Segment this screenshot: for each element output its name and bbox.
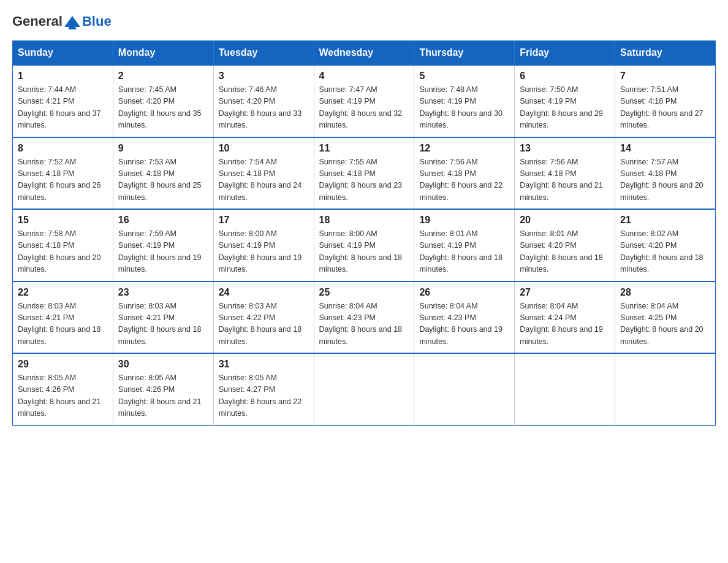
calendar-cell: 30Sunrise: 8:05 AMSunset: 4:26 PMDayligh… bbox=[113, 353, 213, 425]
day-info: Sunrise: 8:05 AMSunset: 4:27 PMDaylight:… bbox=[219, 372, 309, 420]
day-info: Sunrise: 8:01 AMSunset: 4:20 PMDaylight:… bbox=[520, 228, 610, 276]
calendar-week-row: 1Sunrise: 7:44 AMSunset: 4:21 PMDaylight… bbox=[13, 65, 716, 137]
calendar-cell bbox=[314, 353, 414, 425]
day-number: 21 bbox=[620, 215, 710, 226]
calendar-cell: 2Sunrise: 7:45 AMSunset: 4:20 PMDaylight… bbox=[113, 65, 213, 137]
calendar-cell: 15Sunrise: 7:58 AMSunset: 4:18 PMDayligh… bbox=[13, 209, 113, 282]
calendar-cell: 23Sunrise: 8:03 AMSunset: 4:21 PMDayligh… bbox=[113, 282, 213, 354]
day-number: 4 bbox=[319, 71, 409, 82]
calendar-cell: 19Sunrise: 8:01 AMSunset: 4:19 PMDayligh… bbox=[414, 209, 515, 282]
calendar-cell: 31Sunrise: 8:05 AMSunset: 4:27 PMDayligh… bbox=[213, 353, 314, 425]
calendar-cell: 6Sunrise: 7:50 AMSunset: 4:19 PMDaylight… bbox=[515, 65, 615, 137]
page-header: General Blue bbox=[12, 12, 716, 31]
day-number: 27 bbox=[520, 287, 610, 298]
day-number: 8 bbox=[18, 143, 108, 154]
logo-icon bbox=[63, 12, 82, 31]
calendar-cell bbox=[515, 353, 615, 425]
day-number: 25 bbox=[319, 287, 409, 298]
day-info: Sunrise: 8:04 AMSunset: 4:23 PMDaylight:… bbox=[419, 301, 509, 348]
svg-marker-1 bbox=[68, 27, 77, 29]
day-number: 10 bbox=[219, 143, 309, 154]
logo-text-blue: Blue bbox=[82, 13, 112, 29]
day-number: 22 bbox=[18, 287, 108, 298]
day-info: Sunrise: 8:04 AMSunset: 4:25 PMDaylight:… bbox=[620, 301, 710, 348]
day-info: Sunrise: 8:04 AMSunset: 4:24 PMDaylight:… bbox=[520, 301, 610, 348]
weekday-header-thursday: Thursday bbox=[414, 41, 515, 66]
day-number: 3 bbox=[219, 71, 309, 82]
day-info: Sunrise: 7:56 AMSunset: 4:18 PMDaylight:… bbox=[520, 156, 610, 204]
day-number: 11 bbox=[319, 143, 409, 154]
calendar-week-row: 15Sunrise: 7:58 AMSunset: 4:18 PMDayligh… bbox=[13, 209, 716, 282]
day-number: 12 bbox=[419, 143, 509, 154]
day-info: Sunrise: 8:05 AMSunset: 4:26 PMDaylight:… bbox=[118, 372, 208, 420]
day-number: 23 bbox=[118, 287, 208, 298]
day-info: Sunrise: 7:55 AMSunset: 4:18 PMDaylight:… bbox=[319, 156, 409, 204]
day-info: Sunrise: 7:44 AMSunset: 4:21 PMDaylight:… bbox=[18, 84, 108, 132]
day-info: Sunrise: 8:01 AMSunset: 4:19 PMDaylight:… bbox=[419, 228, 509, 276]
calendar-week-row: 29Sunrise: 8:05 AMSunset: 4:26 PMDayligh… bbox=[13, 353, 716, 425]
calendar-cell: 14Sunrise: 7:57 AMSunset: 4:18 PMDayligh… bbox=[615, 137, 716, 210]
day-info: Sunrise: 8:02 AMSunset: 4:20 PMDaylight:… bbox=[620, 228, 710, 276]
day-number: 28 bbox=[620, 287, 710, 298]
day-info: Sunrise: 7:56 AMSunset: 4:18 PMDaylight:… bbox=[419, 156, 509, 204]
day-info: Sunrise: 7:47 AMSunset: 4:19 PMDaylight:… bbox=[319, 84, 409, 132]
calendar-cell bbox=[414, 353, 515, 425]
logo-text-general: General bbox=[12, 13, 63, 29]
calendar-table: SundayMondayTuesdayWednesdayThursdayFrid… bbox=[12, 40, 716, 426]
day-info: Sunrise: 7:45 AMSunset: 4:20 PMDaylight:… bbox=[118, 84, 208, 132]
svg-marker-0 bbox=[64, 16, 80, 27]
calendar-cell: 16Sunrise: 7:59 AMSunset: 4:19 PMDayligh… bbox=[113, 209, 213, 282]
calendar-cell: 7Sunrise: 7:51 AMSunset: 4:18 PMDaylight… bbox=[615, 65, 716, 137]
weekday-header-tuesday: Tuesday bbox=[213, 41, 314, 66]
day-info: Sunrise: 7:57 AMSunset: 4:18 PMDaylight:… bbox=[620, 156, 710, 204]
calendar-cell: 20Sunrise: 8:01 AMSunset: 4:20 PMDayligh… bbox=[515, 209, 615, 282]
logo: General Blue bbox=[12, 12, 112, 31]
day-info: Sunrise: 8:00 AMSunset: 4:19 PMDaylight:… bbox=[319, 228, 409, 276]
day-number: 31 bbox=[219, 359, 309, 370]
calendar-cell: 1Sunrise: 7:44 AMSunset: 4:21 PMDaylight… bbox=[13, 65, 113, 137]
day-number: 2 bbox=[118, 71, 208, 82]
day-info: Sunrise: 8:03 AMSunset: 4:21 PMDaylight:… bbox=[18, 301, 108, 348]
day-number: 14 bbox=[620, 143, 710, 154]
day-info: Sunrise: 8:04 AMSunset: 4:23 PMDaylight:… bbox=[319, 301, 409, 348]
day-number: 7 bbox=[620, 71, 710, 82]
calendar-cell: 12Sunrise: 7:56 AMSunset: 4:18 PMDayligh… bbox=[414, 137, 515, 210]
calendar-cell: 24Sunrise: 8:03 AMSunset: 4:22 PMDayligh… bbox=[213, 282, 314, 354]
day-info: Sunrise: 7:53 AMSunset: 4:18 PMDaylight:… bbox=[118, 156, 208, 204]
day-number: 5 bbox=[419, 71, 509, 82]
day-number: 15 bbox=[18, 215, 108, 226]
day-number: 29 bbox=[18, 359, 108, 370]
calendar-cell: 27Sunrise: 8:04 AMSunset: 4:24 PMDayligh… bbox=[515, 282, 615, 354]
calendar-cell: 21Sunrise: 8:02 AMSunset: 4:20 PMDayligh… bbox=[615, 209, 716, 282]
day-info: Sunrise: 8:03 AMSunset: 4:22 PMDaylight:… bbox=[219, 301, 309, 348]
weekday-header-monday: Monday bbox=[113, 41, 213, 66]
day-number: 18 bbox=[319, 215, 409, 226]
calendar-week-row: 22Sunrise: 8:03 AMSunset: 4:21 PMDayligh… bbox=[13, 282, 716, 354]
calendar-week-row: 8Sunrise: 7:52 AMSunset: 4:18 PMDaylight… bbox=[13, 137, 716, 210]
day-number: 13 bbox=[520, 143, 610, 154]
calendar-cell: 4Sunrise: 7:47 AMSunset: 4:19 PMDaylight… bbox=[314, 65, 414, 137]
calendar-header-row: SundayMondayTuesdayWednesdayThursdayFrid… bbox=[13, 41, 716, 66]
day-info: Sunrise: 7:59 AMSunset: 4:19 PMDaylight:… bbox=[118, 228, 208, 276]
calendar-cell: 28Sunrise: 8:04 AMSunset: 4:25 PMDayligh… bbox=[615, 282, 716, 354]
day-number: 30 bbox=[118, 359, 208, 370]
day-number: 24 bbox=[219, 287, 309, 298]
day-number: 9 bbox=[118, 143, 208, 154]
calendar-cell: 22Sunrise: 8:03 AMSunset: 4:21 PMDayligh… bbox=[13, 282, 113, 354]
calendar-cell: 25Sunrise: 8:04 AMSunset: 4:23 PMDayligh… bbox=[314, 282, 414, 354]
day-number: 20 bbox=[520, 215, 610, 226]
calendar-cell: 8Sunrise: 7:52 AMSunset: 4:18 PMDaylight… bbox=[13, 137, 113, 210]
day-number: 16 bbox=[118, 215, 208, 226]
day-info: Sunrise: 7:58 AMSunset: 4:18 PMDaylight:… bbox=[18, 228, 108, 276]
calendar-cell: 17Sunrise: 8:00 AMSunset: 4:19 PMDayligh… bbox=[213, 209, 314, 282]
weekday-header-wednesday: Wednesday bbox=[314, 41, 414, 66]
weekday-header-sunday: Sunday bbox=[13, 41, 113, 66]
day-number: 6 bbox=[520, 71, 610, 82]
day-number: 17 bbox=[219, 215, 309, 226]
day-info: Sunrise: 8:05 AMSunset: 4:26 PMDaylight:… bbox=[18, 372, 108, 420]
day-number: 19 bbox=[419, 215, 509, 226]
day-info: Sunrise: 7:51 AMSunset: 4:18 PMDaylight:… bbox=[620, 84, 710, 132]
day-info: Sunrise: 7:48 AMSunset: 4:19 PMDaylight:… bbox=[419, 84, 509, 132]
day-info: Sunrise: 7:54 AMSunset: 4:18 PMDaylight:… bbox=[219, 156, 309, 204]
day-number: 26 bbox=[419, 287, 509, 298]
